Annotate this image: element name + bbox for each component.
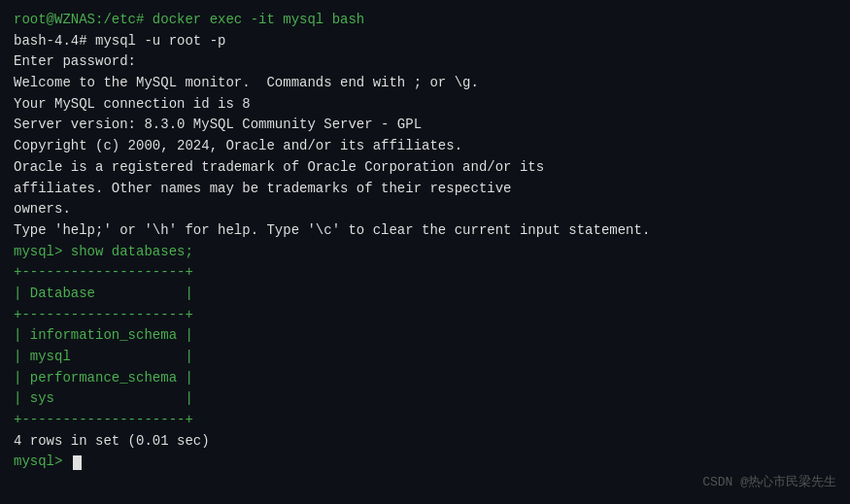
- table-text: +--------------------+: [14, 412, 193, 427]
- cursor-block: [73, 455, 82, 470]
- terminal-line-text: bash-4.4# mysql -u root -p: [14, 33, 225, 49]
- table-text: | sys |: [14, 390, 193, 406]
- terminal-line: Oracle is a registered trademark of Orac…: [14, 157, 836, 179]
- terminal-line-text: Type 'help;' or '\h' for help. Type '\c'…: [14, 222, 650, 238]
- terminal-line: Welcome to the MySQL monitor. Commands e…: [14, 73, 836, 94]
- terminal-line-text: Welcome to the MySQL monitor. Commands e…: [14, 75, 479, 90]
- table-line: +--------------------+: [14, 305, 836, 326]
- table-line: | sys |: [14, 388, 836, 410]
- table-line: | Database |: [14, 284, 836, 305]
- table-line: | information_schema |: [14, 325, 836, 347]
- terminal-line: Type 'help;' or '\h' for help. Type '\c'…: [14, 220, 836, 242]
- watermark: CSDN @热心市民梁先生: [702, 473, 836, 490]
- terminal-line-text: Server version: 8.3.0 MySQL Community Se…: [14, 117, 422, 132]
- terminal-line-text: Enter password:: [14, 53, 136, 69]
- mysql-prompt-line: mysql>: [14, 452, 836, 473]
- terminal-line-text: Oracle is a registered trademark of Orac…: [14, 159, 544, 175]
- terminal-line-text: Copyright (c) 2000, 2024, Oracle and/or …: [14, 138, 462, 153]
- terminal-line: affiliates. Other names may be trademark…: [14, 179, 836, 200]
- terminal-window: root@WZNAS:/etc# docker exec -it mysql b…: [0, 0, 850, 504]
- mysql-prompt-text: mysql>: [14, 452, 71, 473]
- table-text: | performance_schema |: [14, 370, 193, 386]
- table-line: | performance_schema |: [14, 368, 836, 389]
- terminal-line: 4 rows in set (0.01 sec): [14, 431, 836, 453]
- terminal-line: Server version: 8.3.0 MySQL Community Se…: [14, 115, 836, 136]
- terminal-line-text: 4 rows in set (0.01 sec): [14, 433, 210, 449]
- table-text: +--------------------+: [14, 264, 193, 280]
- terminal-line: Copyright (c) 2000, 2024, Oracle and/or …: [14, 136, 836, 157]
- mysql-command-text: mysql> show databases;: [14, 244, 193, 259]
- terminal-line-text: Your MySQL connection id is 8: [14, 96, 251, 112]
- mysql-command-line: mysql> show databases;: [14, 242, 836, 263]
- terminal-line: bash-4.4# mysql -u root -p: [14, 31, 836, 52]
- table-text: +--------------------+: [14, 307, 193, 322]
- shell-command-text: root@WZNAS:/etc# docker exec -it mysql b…: [14, 12, 364, 27]
- table-text: | information_schema |: [14, 327, 193, 343]
- terminal-line-text: affiliates. Other names may be trademark…: [14, 181, 511, 196]
- table-text: | Database |: [14, 286, 193, 301]
- table-line: +--------------------+: [14, 410, 836, 431]
- table-line: | mysql |: [14, 347, 836, 368]
- terminal-content: root@WZNAS:/etc# docker exec -it mysql b…: [14, 10, 836, 473]
- terminal-line: Enter password:: [14, 51, 836, 73]
- terminal-line: owners.: [14, 199, 836, 220]
- table-line: +--------------------+: [14, 262, 836, 284]
- terminal-line-text: owners.: [14, 201, 71, 217]
- terminal-line: Your MySQL connection id is 8: [14, 94, 836, 116]
- shell-command-line: root@WZNAS:/etc# docker exec -it mysql b…: [14, 10, 836, 31]
- table-text: | mysql |: [14, 349, 193, 364]
